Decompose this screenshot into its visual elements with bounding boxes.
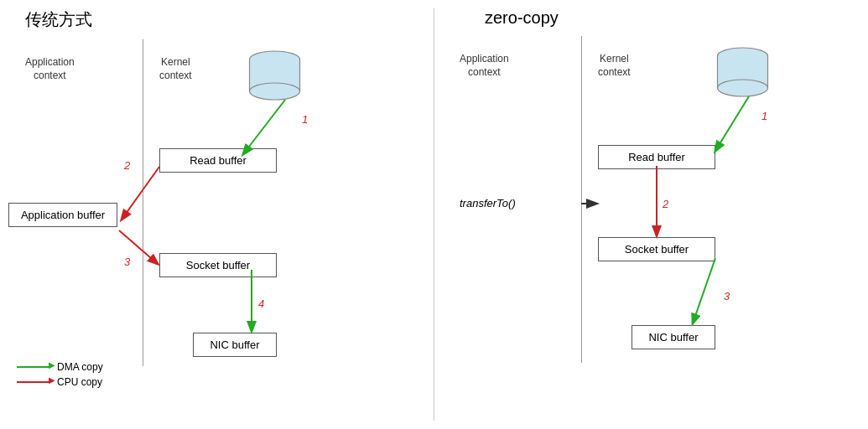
left-title: 传统方式: [0, 8, 434, 31]
left-divider: [143, 39, 143, 366]
right-diagram: Applicationcontext Kernelcontext Read bu…: [434, 36, 868, 396]
left-diagram: Applicationcontext Kernelcontext Read bu…: [0, 39, 434, 400]
left-section: 传统方式 Applicationcontext Kernelcontext Re…: [0, 8, 434, 421]
svg-line-7: [122, 167, 159, 220]
left-app-context: Applicationcontext: [25, 56, 75, 82]
legend-dma: DMA copy: [17, 361, 103, 373]
right-app-context: Applicationcontext: [460, 53, 509, 79]
legend-cpu-label: CPU copy: [57, 376, 102, 388]
svg-text:1: 1: [302, 113, 308, 126]
right-socket-buffer: Socket buffer: [598, 237, 715, 261]
left-app-buffer: Application buffer: [8, 203, 117, 227]
transfer-to-label: transferTo(): [460, 197, 516, 209]
green-line-icon: [17, 366, 50, 368]
svg-text:4: 4: [258, 297, 264, 310]
svg-line-23: [693, 258, 715, 323]
right-read-buffer: Read buffer: [598, 145, 715, 169]
legend-cpu: CPU copy: [17, 376, 103, 388]
svg-text:3: 3: [724, 290, 730, 302]
svg-text:1: 1: [761, 110, 767, 122]
right-nic-buffer: NIC buffer: [632, 325, 715, 349]
svg-line-5: [243, 100, 285, 154]
svg-line-9: [119, 230, 158, 264]
main-container: 传统方式 Applicationcontext Kernelcontext Re…: [0, 0, 868, 429]
red-line-icon: [17, 381, 50, 383]
svg-text:2: 2: [123, 159, 131, 172]
left-read-buffer: Read buffer: [159, 148, 277, 173]
svg-text:3: 3: [124, 256, 131, 268]
svg-point-17: [718, 80, 768, 96]
right-kernel-context: Kernelcontext: [598, 53, 631, 79]
svg-text:2: 2: [662, 198, 669, 210]
left-nic-buffer: NIC buffer: [193, 333, 277, 357]
legend-dma-label: DMA copy: [57, 361, 103, 373]
left-database: [243, 48, 306, 102]
right-divider: [581, 36, 582, 363]
right-database: [711, 44, 774, 99]
right-title: zero-copy: [434, 8, 868, 28]
left-socket-buffer: Socket buffer: [159, 253, 277, 277]
right-section: zero-copy Applicationcontext Kernelconte…: [434, 8, 868, 421]
left-kernel-context: Kernelcontext: [159, 56, 192, 82]
svg-point-4: [250, 83, 300, 100]
left-legend: DMA copy CPU copy: [17, 361, 103, 391]
svg-line-18: [715, 96, 749, 151]
